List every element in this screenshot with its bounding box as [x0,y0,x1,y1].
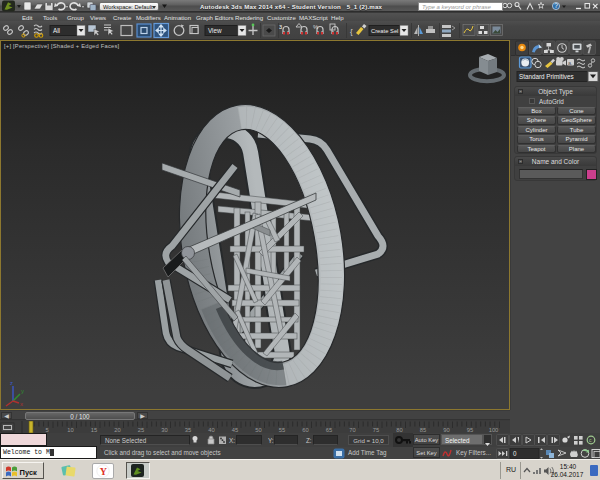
svg-text:z: z [10,380,13,386]
svg-text:Пуск: Пуск [20,468,38,477]
svg-text:x: x [20,401,23,407]
svg-text:y: y [21,388,24,394]
svg-text:0: 0 [513,450,517,457]
svg-text:%: % [313,24,319,30]
svg-text:{: { [350,27,353,36]
svg-text:Create Sel: Create Sel [371,28,398,34]
svg-text:a.: a. [568,60,573,66]
svg-text:Standard Primitives: Standard Primitives [519,73,574,80]
svg-text:c: c [589,437,592,443]
svg-text:Y: Y [100,466,108,477]
svg-text:3: 3 [279,24,282,30]
svg-text:All: All [53,27,60,34]
svg-text:View: View [208,27,222,34]
